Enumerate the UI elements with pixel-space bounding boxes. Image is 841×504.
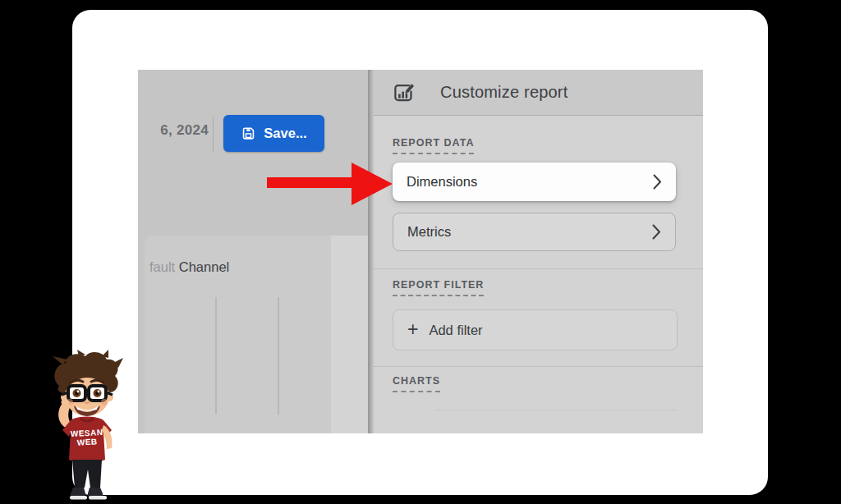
- drawer-edge-shadow: [368, 70, 374, 433]
- panel-title: Customize report: [440, 83, 568, 102]
- arrow-right-icon: [265, 159, 398, 208]
- customize-report-panel: Customize report REPORT DATA Dimensions …: [374, 70, 703, 433]
- analytics-screenshot: 6, 2024 Save... fault Channel: [138, 70, 703, 433]
- table-column-line: [215, 297, 217, 415]
- section-divider: [374, 366, 703, 367]
- mascot-pants: [72, 460, 102, 488]
- dimmed-report-area: 6, 2024 Save... fault Channel: [138, 70, 368, 433]
- table-column-header: fault Channel: [149, 259, 229, 275]
- dimensions-button-label: Dimensions: [407, 174, 477, 190]
- date-range-text: 6, 2024: [143, 122, 209, 139]
- charts-section-faint-line: [435, 410, 678, 410]
- chevron-right-icon: [653, 174, 662, 190]
- save-button-label: Save...: [264, 126, 306, 141]
- table-card-edge: [331, 236, 368, 433]
- panel-header: Customize report: [374, 70, 703, 116]
- annotation-arrow: [265, 159, 398, 208]
- dimensions-button[interactable]: Dimensions: [393, 163, 676, 201]
- chevron-right-icon: [652, 224, 661, 240]
- add-filter-label: Add filter: [429, 323, 482, 338]
- metrics-button[interactable]: Metrics: [393, 213, 676, 251]
- section-divider: [374, 268, 703, 269]
- chart-edit-icon: [393, 81, 415, 103]
- column-header-faded-part: fault: [149, 259, 175, 274]
- table-column-line: [278, 297, 279, 415]
- charts-section-label: CHARTS: [393, 375, 440, 392]
- mascot-character: WESAN WEB: [38, 350, 140, 504]
- plus-icon: +: [407, 320, 418, 339]
- toolbar-separator: [213, 117, 214, 153]
- report-data-section-label: REPORT DATA: [393, 137, 474, 154]
- mascot-shoes: [70, 488, 107, 500]
- floppy-disk-icon: [241, 126, 256, 141]
- add-filter-button[interactable]: + Add filter: [393, 309, 678, 351]
- column-header-main-part: Channel: [179, 259, 229, 274]
- save-button[interactable]: Save...: [223, 115, 324, 152]
- svg-text:WEB: WEB: [77, 437, 98, 447]
- report-filter-section-label: REPORT FILTER: [393, 279, 484, 296]
- metrics-button-label: Metrics: [407, 224, 451, 240]
